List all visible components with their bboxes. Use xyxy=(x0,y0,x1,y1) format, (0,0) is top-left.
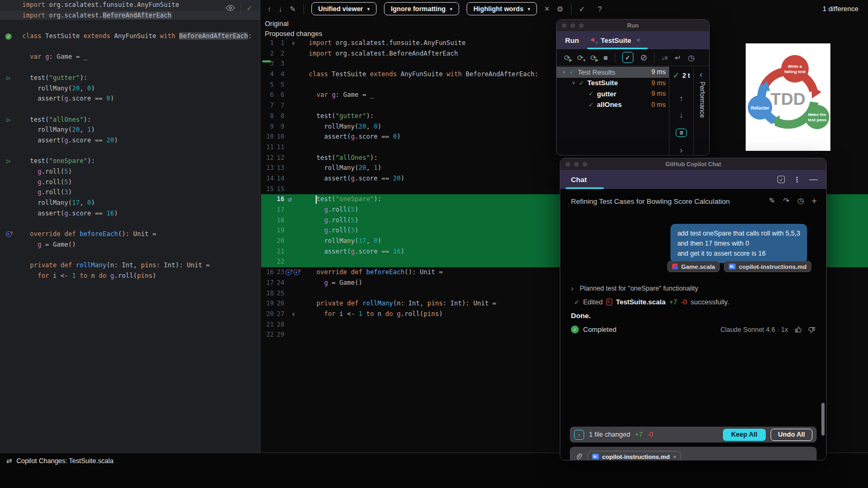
prev-failed-icon[interactable]: ↑ xyxy=(679,94,684,103)
minimize-dot[interactable] xyxy=(574,162,579,167)
show-passed-toggle[interactable]: ✓ xyxy=(622,52,633,63)
apply-check-icon[interactable]: ✓ xyxy=(579,5,585,13)
code-line[interactable]: assert(g.score == 0) xyxy=(0,94,260,104)
code-line[interactable] xyxy=(0,21,260,31)
code-line[interactable]: g.roll(5) xyxy=(0,177,260,188)
help-icon[interactable]: ? xyxy=(598,5,602,13)
editor-pane[interactable]: ✓ import org.scalatest.funsuite.AnyFunSu… xyxy=(0,0,261,453)
attachment-copilot-instructions[interactable]: M↓copilot-instructions.md xyxy=(724,261,811,272)
history-clock-icon[interactable]: ◷ xyxy=(797,196,803,206)
eye-icon[interactable] xyxy=(226,5,235,11)
tree-chevron-icon[interactable]: ∨ xyxy=(570,80,577,85)
thumbs-up-icon[interactable] xyxy=(794,326,802,333)
keep-all-button[interactable]: Keep All xyxy=(723,429,766,441)
code-line[interactable]: private def rollMany(n: Int, pins: Int):… xyxy=(0,260,260,271)
rerun-tests-icon[interactable]: ⟳▶ xyxy=(564,53,570,62)
gutter-space[interactable] xyxy=(284,132,302,142)
scrollbar-thumb[interactable] xyxy=(821,403,825,436)
tab-performance[interactable]: Performance xyxy=(699,82,706,118)
chat-window-titlebar[interactable]: GitHub Copilot Chat xyxy=(560,158,826,170)
kebab-menu-icon[interactable]: ⋮ xyxy=(793,175,801,184)
gutter-space[interactable] xyxy=(284,184,302,195)
code-line[interactable] xyxy=(0,146,260,157)
gutter-space[interactable] xyxy=(284,101,302,111)
thumbs-down-icon[interactable] xyxy=(808,326,816,333)
gear-icon[interactable]: ⚙ xyxy=(557,5,563,13)
gutter-space[interactable] xyxy=(284,330,302,340)
previous-change-icon[interactable]: ↑ xyxy=(267,5,271,13)
tab-testsuite[interactable]: ◀≡ TestSuite × xyxy=(590,37,640,44)
next-failed-icon[interactable]: ↓ xyxy=(679,110,684,119)
code-line[interactable]: rollMany(20, 0) xyxy=(0,84,260,94)
resume-icon[interactable]: ⟳● xyxy=(577,53,584,62)
override-icons[interactable] xyxy=(284,267,302,278)
gutter-space[interactable] xyxy=(284,205,302,215)
redo-icon[interactable]: ↷ xyxy=(783,196,790,206)
code-line[interactable]: g.roll(3) xyxy=(0,187,260,198)
run-test-icon[interactable]: ▷ xyxy=(3,156,14,167)
code-line[interactable]: ▷ test("gutter"): xyxy=(0,73,260,84)
next-change-icon[interactable]: ↓ xyxy=(279,5,282,13)
revert-change-icon[interactable]: ↺ xyxy=(284,194,302,205)
window-controls[interactable] xyxy=(562,23,584,28)
code-line[interactable] xyxy=(0,62,260,73)
test-result-row-gutter[interactable]: ✓gutter9 ms xyxy=(557,88,669,100)
code-line[interactable]: rollMany(17, 0) xyxy=(0,198,260,209)
code-line[interactable]: import org.scalatest.funsuite.AnyFunSuit… xyxy=(0,0,260,11)
remove-chip-icon[interactable]: × xyxy=(673,454,676,460)
code-line[interactable] xyxy=(0,42,260,52)
gutter-space[interactable] xyxy=(284,69,302,80)
run-test-icon[interactable]: ▷ xyxy=(3,73,14,84)
filter-toggle[interactable]: ≡ xyxy=(676,129,687,137)
stop-icon[interactable]: ■ xyxy=(603,53,607,62)
code-line[interactable]: assert(g.score == 16) xyxy=(0,209,260,219)
gutter-space[interactable] xyxy=(284,288,302,299)
tab-chat[interactable]: Chat xyxy=(571,176,587,184)
run-window-titlebar[interactable]: Run xyxy=(557,20,709,31)
code-line[interactable]: override def beforeEach(): Unit = xyxy=(0,229,260,240)
gutter-space[interactable] xyxy=(284,247,302,257)
attachment-game-scala[interactable]: Game.scala xyxy=(667,261,720,272)
gutter-space[interactable] xyxy=(284,299,302,309)
formatting-dropdown[interactable]: Ignore formatting▾ xyxy=(384,2,459,15)
code-line[interactable]: var g: Game = _ xyxy=(0,52,260,62)
close-dot[interactable] xyxy=(566,162,570,167)
run-class-icon[interactable]: ✓ xyxy=(3,31,14,42)
planned-step-row[interactable]: › Planned test for "oneSpare" functional… xyxy=(571,284,698,293)
gutter-space[interactable] xyxy=(284,59,302,69)
fold-chevron-icon[interactable]: ∨ xyxy=(284,309,302,320)
override-icon[interactable] xyxy=(3,229,14,240)
context-chip[interactable]: M↓ copilot-instructions.md × xyxy=(587,451,681,460)
gutter-space[interactable] xyxy=(284,236,302,247)
tree-chevron-icon[interactable]: ∨ xyxy=(561,70,567,75)
signature-icon[interactable]: ✎ xyxy=(769,196,775,206)
sort-icon[interactable]: ↓≡ xyxy=(661,55,668,61)
close-dot[interactable] xyxy=(562,23,567,28)
gutter-space[interactable] xyxy=(284,49,302,59)
zoom-dot[interactable] xyxy=(579,23,584,28)
code-line[interactable]: rollMany(20, 1) xyxy=(0,125,260,135)
zoom-dot[interactable] xyxy=(583,162,587,167)
code-line[interactable]: ▷ test("oneSpare"): xyxy=(0,156,260,167)
code-line[interactable]: import org.scalatest.BeforeAndAfterEach xyxy=(0,11,260,21)
gutter-space[interactable] xyxy=(284,174,302,184)
code-line[interactable]: ✓class TestSuite extends AnyFunSuite wit… xyxy=(0,31,260,42)
gutter-space[interactable] xyxy=(284,278,302,288)
code-line[interactable]: for i <- 1 to n do g.roll(pins) xyxy=(0,271,260,282)
minimize-dot[interactable] xyxy=(570,23,575,28)
gutter-space[interactable] xyxy=(284,153,302,164)
gutter-space[interactable] xyxy=(284,225,302,236)
paperclip-icon[interactable] xyxy=(575,453,583,460)
show-ignored-icon[interactable]: ⊘ xyxy=(640,52,647,62)
new-chat-icon[interactable]: + xyxy=(812,196,817,206)
gutter-space[interactable] xyxy=(284,80,302,91)
code-line[interactable]: assert(g.score == 20) xyxy=(0,135,260,146)
expand-changes-icon[interactable]: › xyxy=(574,430,584,440)
undo-all-button[interactable]: Undo All xyxy=(771,429,812,441)
test-history-icon[interactable]: ◷ xyxy=(688,53,694,62)
gutter-space[interactable] xyxy=(284,90,302,101)
close-tab-icon[interactable]: × xyxy=(637,37,640,44)
import-results-icon[interactable]: ↵ xyxy=(675,53,681,62)
collapse-icon[interactable]: ‹ xyxy=(700,70,702,79)
gutter-space[interactable] xyxy=(284,215,302,226)
